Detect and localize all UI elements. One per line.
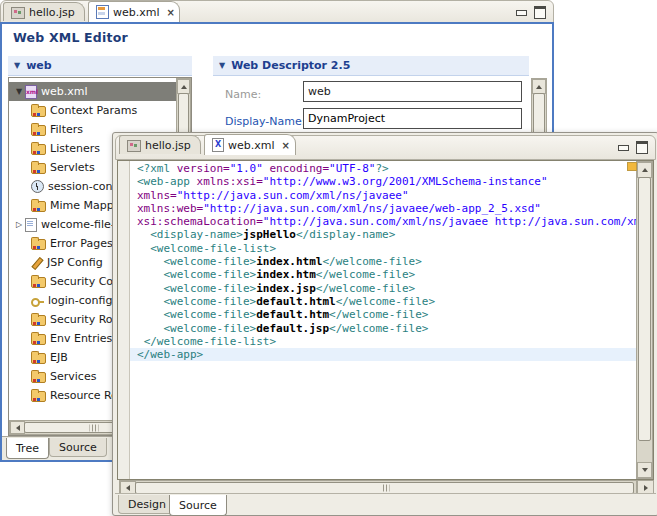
chevron-down-icon: ▼ <box>14 62 20 70</box>
window-buttons <box>618 141 648 154</box>
folder-icon <box>31 391 46 402</box>
tree-item-label: Servlets <box>50 161 95 174</box>
jsp-file-icon <box>11 7 25 19</box>
page-tab-label: Design <box>128 498 166 511</box>
annotation-ruler[interactable] <box>118 161 130 479</box>
tree-item-label: JSP Config <box>47 256 103 269</box>
page-tab-label: Source <box>179 499 217 512</box>
clock-icon <box>31 180 44 193</box>
code-line[interactable]: <web-app xmlns:xsi="http://www.w3.org/20… <box>130 175 638 188</box>
tree-item-label: Error Pages <box>50 237 113 250</box>
tab-label: web.xml <box>228 139 275 152</box>
minimize-icon[interactable] <box>618 145 629 151</box>
tree-item-label: Env Entries <box>50 332 112 345</box>
page-title: Web XML Editor <box>13 30 128 45</box>
folder-icon <box>31 334 46 345</box>
code-line[interactable]: <?xml version="1.0" encoding="UTF-8"?> <box>130 162 638 175</box>
code-line-current[interactable]: </web-app> <box>130 348 638 361</box>
section-title: web <box>26 59 52 72</box>
tab-hello-jsp[interactable]: hello.jsp <box>3 2 85 21</box>
descriptor-section-header[interactable]: ▼ Web Descriptor 2.5 <box>213 56 529 76</box>
page-tab-label: Tree <box>16 442 39 455</box>
tree-item-label: login-config <box>48 294 112 307</box>
tab-design[interactable]: Design <box>118 495 176 514</box>
code-line[interactable]: <welcome-file>index.html</welcome-file> <box>130 255 638 268</box>
folder-icon <box>31 201 46 212</box>
folder-icon <box>31 163 46 174</box>
chevron-down-icon[interactable]: ▼ <box>13 87 25 96</box>
close-icon[interactable]: × <box>282 140 290 151</box>
section-title: Web Descriptor 2.5 <box>231 59 350 72</box>
name-field[interactable] <box>303 81 522 102</box>
maximize-icon[interactable] <box>636 141 648 154</box>
close-icon[interactable]: × <box>167 7 175 18</box>
tab-source-back[interactable]: Source <box>49 438 107 457</box>
window-buttons <box>516 6 546 19</box>
folder-icon <box>31 106 46 117</box>
name-field-label: Name: <box>225 88 261 101</box>
web-xml-file-icon <box>96 5 109 19</box>
display-name-field[interactable] <box>303 108 522 129</box>
folder-icon <box>31 353 46 364</box>
page-tab-strip: Design Source <box>115 493 656 515</box>
xml-doc-icon <box>212 138 224 152</box>
tab-web-xml[interactable]: web.xml × <box>204 134 296 155</box>
key-icon <box>31 295 44 307</box>
chevron-down-icon: ▼ <box>219 62 225 70</box>
folder-icon <box>31 144 46 155</box>
tree-item-label: web.xml <box>41 85 88 98</box>
tree-item-label: Services <box>50 370 96 383</box>
maximize-icon[interactable] <box>534 6 546 19</box>
code-line[interactable]: </welcome-file-list> <box>130 335 638 348</box>
folder-icon <box>31 372 46 383</box>
jsp-file-icon <box>127 140 141 152</box>
folder-icon <box>31 277 46 288</box>
code-line[interactable]: xsi:schemaLocation="http://java.sun.com/… <box>130 215 638 228</box>
tab-label: hello.jsp <box>145 139 191 152</box>
code-line[interactable]: <welcome-file>default.html</welcome-file… <box>130 295 638 308</box>
display-name-field-label: Display-Name: <box>225 115 305 128</box>
tree-item-label: EJB <box>50 351 68 364</box>
code-line[interactable]: <welcome-file>index.htm</welcome-file> <box>130 268 638 281</box>
tree-item-web-xml[interactable]: ▼web.xml <box>9 82 177 101</box>
tree-item-context-params[interactable]: Context Params <box>9 101 177 120</box>
tab-web-xml[interactable]: web.xml × <box>88 1 180 22</box>
tab-hello-jsp[interactable]: hello.jsp <box>119 135 201 154</box>
pencil-icon <box>31 257 43 269</box>
code-line[interactable]: <display-name>jspHello</display-name> <box>130 228 638 241</box>
tree-item-label: Context Params <box>50 104 137 117</box>
screen: hello.jsp web.xml × Web XML Editor ▼ web… <box>0 0 657 516</box>
xml-source-editor: <?xml version="1.0" encoding="UTF-8"?><w… <box>117 160 654 480</box>
chevron-right-icon[interactable]: ▷ <box>13 220 25 229</box>
tree-item-label: Filters <box>50 123 83 136</box>
code-line[interactable]: xmlns="http://java.sun.com/xml/ns/javaee… <box>130 189 638 202</box>
overview-marker[interactable] <box>627 162 637 171</box>
tab-tree[interactable]: Tree <box>6 438 49 459</box>
tab-source-front[interactable]: Source <box>169 495 227 516</box>
code-line[interactable]: <welcome-file-list> <box>130 242 638 255</box>
xmlfile-icon <box>25 85 37 99</box>
page-icon <box>25 218 37 232</box>
code-line[interactable]: xmlns:web="http://java.sun.com/xml/ns/ja… <box>130 202 638 215</box>
code-line[interactable]: <welcome-file>index.jsp</welcome-file> <box>130 282 638 295</box>
code-area[interactable]: <?xml version="1.0" encoding="UTF-8"?><w… <box>130 162 638 479</box>
folder-icon <box>31 315 46 326</box>
code-line[interactable]: <welcome-file>default.jsp</welcome-file> <box>130 322 638 335</box>
tree-section-header[interactable]: ▼ web <box>8 56 192 76</box>
editor-vertical-scrollbar[interactable] <box>636 161 653 479</box>
tab-label: web.xml <box>113 6 160 19</box>
tab-label: hello.jsp <box>29 6 75 19</box>
web-xml-source-window: hello.jsp web.xml × <?xml version="1.0" … <box>112 132 657 516</box>
minimize-icon[interactable] <box>516 10 527 16</box>
folder-icon <box>31 125 46 136</box>
page-tab-label: Source <box>59 441 97 454</box>
code-line[interactable]: <welcome-file>default.htm</welcome-file> <box>130 308 638 321</box>
folder-icon <box>31 239 46 250</box>
tree-item-label: Listeners <box>50 142 100 155</box>
